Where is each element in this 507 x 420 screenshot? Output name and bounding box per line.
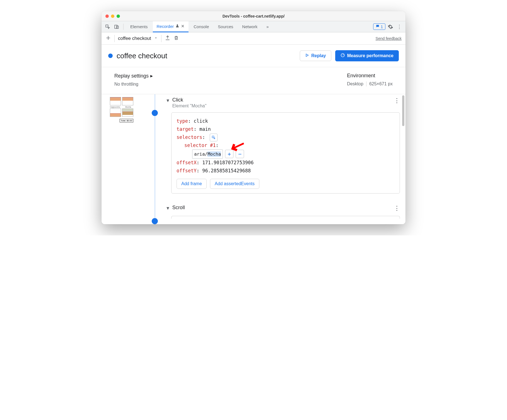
maximize-window-button[interactable]: [117, 15, 120, 18]
step-details-truncated: [171, 216, 400, 219]
separator: [114, 35, 115, 42]
tab-label: Network: [242, 24, 257, 29]
detail-row: target: main: [177, 125, 395, 133]
measure-performance-button[interactable]: Measure performance: [335, 50, 399, 61]
chevron-down-icon: [154, 36, 158, 41]
selector-row: selector #1:: [177, 141, 395, 149]
svg-rect-2: [117, 26, 119, 28]
window-title: DevTools - coffee-cart.netlify.app/: [102, 14, 405, 18]
separator: [366, 81, 366, 86]
recorder-toolbar: coffee checkout Send feedback: [102, 32, 405, 45]
step-node[interactable]: [152, 218, 158, 224]
add-asserted-events-button[interactable]: Add assertedEvents: [210, 179, 259, 189]
tab-label: Recorder: [157, 24, 174, 29]
measure-label: Measure performance: [347, 53, 393, 58]
page-thumbnail: Cappuccino Mocha Total: $0.00: [110, 97, 133, 122]
detail-row: type: click: [177, 117, 395, 125]
close-window-button[interactable]: [105, 15, 109, 18]
environment-values: Desktop 625×671 px: [347, 81, 393, 86]
tab-elements[interactable]: Elements: [126, 21, 152, 32]
issues-badge[interactable]: 1: [373, 23, 385, 30]
step-header[interactable]: ▼ Scroll ⋮: [163, 205, 400, 212]
add-frame-button[interactable]: Add frame: [177, 179, 207, 189]
tab-console[interactable]: Console: [190, 21, 213, 32]
export-button[interactable]: [165, 35, 170, 42]
steps-column: ▼ Click Element "Mocha" ⋮ type: click ta…: [160, 94, 405, 224]
step-click: ▼ Click Element "Mocha" ⋮ type: click ta…: [163, 97, 400, 194]
total-label: Total: $0.00: [120, 119, 133, 122]
tab-label: Elements: [130, 24, 148, 29]
dimensions-label: 625×671 px: [369, 81, 393, 86]
selector-value-row: aria/Mocha + −: [177, 149, 395, 159]
detail-row: offsetX: 171.90187072753906: [177, 159, 395, 167]
more-tabs-button[interactable]: »: [262, 21, 272, 32]
step-node[interactable]: [152, 110, 158, 116]
devtools-tabbar: Elements Recorder ✕ Console Sources Netw…: [102, 21, 405, 32]
action-buttons: Add frame Add assertedEvents: [177, 179, 395, 189]
settings-gear-icon[interactable]: [387, 23, 394, 31]
titlebar: DevTools - coffee-cart.netlify.app/: [102, 11, 405, 21]
close-tab-icon[interactable]: ✕: [181, 24, 185, 29]
new-recording-button[interactable]: [105, 35, 111, 42]
inspect-element-icon[interactable]: [104, 23, 112, 31]
step-title: Click: [172, 97, 207, 103]
gauge-icon: [341, 53, 345, 59]
selector-input[interactable]: aria/Mocha: [192, 149, 223, 159]
tab-sources[interactable]: Sources: [214, 21, 237, 32]
throttling-value: No throttling: [114, 82, 153, 87]
step-details: type: click target: main selectors: sele…: [171, 112, 400, 194]
flask-icon: [175, 24, 179, 29]
recording-select[interactable]: coffee checkout: [118, 36, 158, 41]
collapse-icon: ▼: [166, 206, 170, 211]
issues-count: 1: [381, 25, 383, 29]
replay-button[interactable]: Replay: [300, 50, 331, 61]
step-kebab-menu[interactable]: ⋮: [394, 97, 400, 104]
traffic-lights: [105, 15, 120, 18]
collapse-icon: ▼: [166, 98, 170, 103]
tab-network[interactable]: Network: [238, 21, 261, 32]
replay-settings-group: Replay settings ▸ No throttling: [114, 73, 153, 87]
recording-header: coffee checkout Replay Measure performan…: [102, 45, 405, 67]
separator: [123, 24, 124, 30]
tab-label: Console: [194, 24, 209, 29]
remove-selector-button[interactable]: −: [236, 150, 244, 158]
recording-title: coffee checkout: [117, 52, 167, 60]
tab-recorder[interactable]: Recorder ✕: [153, 21, 189, 32]
chevron-right-icon: ▸: [150, 73, 153, 79]
separator: [161, 35, 161, 42]
add-selector-button[interactable]: +: [225, 150, 233, 158]
step-title: Scroll: [172, 205, 185, 211]
timeline-area: Cappuccino Mocha Total: $0.00 ▼: [102, 94, 405, 224]
recording-status-dot: [108, 54, 113, 58]
step-subtitle: Element "Mocha": [172, 103, 207, 108]
delete-button[interactable]: [174, 35, 179, 42]
play-icon: [305, 53, 309, 58]
minimize-window-button[interactable]: [111, 15, 114, 18]
devtools-window: DevTools - coffee-cart.netlify.app/ Elem…: [102, 11, 405, 224]
detail-row: selectors:: [177, 133, 395, 141]
environment-heading: Environment: [347, 73, 393, 79]
recording-select-label: coffee checkout: [118, 36, 151, 41]
step-header[interactable]: ▼ Click Element "Mocha" ⋮: [163, 97, 400, 108]
environment-group: Environment Desktop 625×671 px: [347, 73, 393, 87]
settings-row: Replay settings ▸ No throttling Environm…: [102, 67, 405, 94]
scrollbar-thumb[interactable]: [402, 95, 404, 126]
detail-row: offsetY: 96.28585815429688: [177, 167, 395, 175]
device-label: Desktop: [347, 81, 363, 86]
thumbnail-gutter: Cappuccino Mocha Total: $0.00: [102, 94, 149, 224]
svg-rect-1: [115, 25, 117, 28]
tab-label: Sources: [218, 24, 233, 29]
timeline-track: [149, 94, 160, 224]
pick-selector-button[interactable]: [210, 134, 218, 141]
kebab-menu-icon[interactable]: ⋮: [395, 23, 403, 31]
replay-settings-heading[interactable]: Replay settings ▸: [114, 73, 153, 79]
step-kebab-menu[interactable]: ⋮: [394, 205, 400, 212]
chat-icon: [376, 24, 380, 29]
toggle-device-icon[interactable]: [113, 23, 120, 31]
replay-label: Replay: [311, 53, 326, 58]
step-scroll: ▼ Scroll ⋮: [163, 205, 400, 219]
send-feedback-link[interactable]: Send feedback: [376, 36, 402, 41]
